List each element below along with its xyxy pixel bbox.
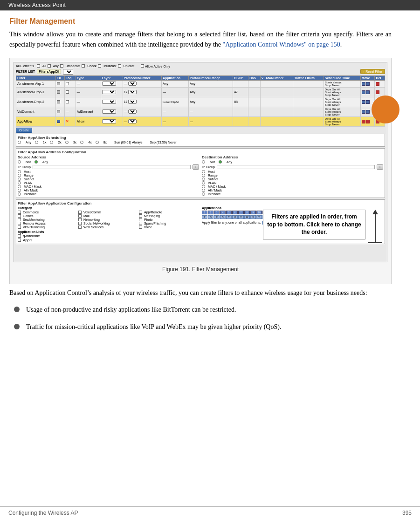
arrow-annotation: Filters are applied in order, from top t…	[263, 210, 382, 243]
body-paragraph-1: This window allows you to create and man…	[9, 29, 392, 50]
header-text: Wireless Access Point	[8, 2, 66, 8]
table-row: VotDonnant — AdDonnant — — —	[16, 107, 385, 116]
bullet-dot	[14, 324, 20, 329]
table-row: Air-steamer-Airp-1 — — Any Any	[16, 80, 385, 87]
screenshot-image: All Elements All Any Broadcast Check Mul…	[14, 62, 387, 262]
ss-filters-table: Filter En Log Type Layer Protocol/Number…	[16, 75, 385, 127]
ss-filter-row: FILTER LIST FiltersAppCtl ↑ Reset Filter	[16, 69, 385, 75]
app-control-link[interactable]: "Application Control Windows" on page 15…	[223, 41, 340, 48]
section-title: Filter Management	[9, 17, 392, 26]
list-item: Traffic for mission-critical application…	[14, 322, 392, 332]
footer-right: 395	[402, 510, 412, 516]
annotation-text: Filters are applied in order, from top t…	[263, 210, 365, 239]
ss-address-panel: Filter AppAllow Address Configuration So…	[16, 148, 385, 198]
table-row-highlighted: AppAllow ✕ Allow — — — Da	[16, 116, 385, 126]
page-header: Wireless Access Point	[0, 0, 420, 10]
orange-circle-decoration	[372, 96, 399, 123]
bullet-dot	[14, 307, 20, 312]
footer-left: Configuring the Wireless AP	[8, 510, 78, 516]
bullet-list: Usage of non-productive and risky applic…	[14, 305, 392, 332]
figure-container: All Elements All Any Broadcast Check Mul…	[9, 58, 392, 284]
ss-create-btn-row: Create	[16, 128, 385, 132]
ss-top-controls: All Elements All Any Broadcast Check Mul…	[16, 64, 385, 68]
arrow-line	[368, 210, 382, 243]
table-row: Air-steaner-Drop-1 — 17 — Any 47	[16, 87, 385, 97]
figure-caption: Figure 191. Filter Management	[14, 266, 387, 273]
body-paragraph-2: Based on Application Control’s analysis …	[9, 288, 392, 298]
bullet-text-2: Traffic for mission-critical application…	[26, 322, 392, 332]
table-row: Air-steaner-Drop-2 — 17 bottomFilpAll An…	[16, 97, 385, 107]
main-content: Filter Management This window allows you…	[0, 11, 401, 345]
ss-scheduling-panel: Filter AppAllow Scheduling Any 1x 2x 3x …	[16, 134, 385, 147]
list-item: Usage of non-productive and risky applic…	[14, 305, 392, 315]
bullet-text-1: Usage of non-productive and risky applic…	[26, 305, 392, 315]
page-footer: Configuring the Wireless AP 395	[0, 506, 420, 519]
